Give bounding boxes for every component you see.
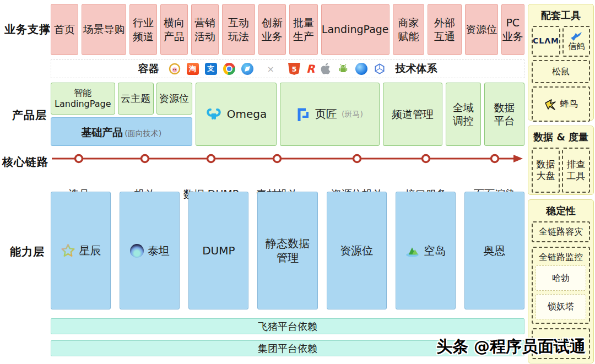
section-tools: 配套工具 CLΛM 信鸽 松鼠 蜂鸟	[528, 4, 594, 121]
blue-globe-icon	[355, 63, 367, 75]
product-box-cloud-theme: 云主题	[118, 83, 154, 115]
pigeon-icon	[570, 31, 583, 41]
tech-label: 技术体系	[395, 62, 437, 76]
capability-box-resource-slot: 资源位	[327, 192, 387, 309]
fengniao-label: 蜂鸟	[560, 99, 578, 110]
alipay-glyph: 支	[207, 64, 214, 74]
capability-label: DUMP	[202, 243, 235, 258]
suoyaota-box: 锁妖塔	[536, 294, 586, 319]
rax-icon: R	[306, 62, 315, 75]
xinge-box: 信鸽	[562, 26, 590, 57]
biz-box-marketing: 营销 活动	[191, 4, 219, 55]
android-icon	[337, 63, 349, 75]
data-dashboard-box: 数据 大盘	[532, 148, 560, 193]
product-box-data-platform: 数据 平台	[484, 83, 524, 146]
rax-glyph: R	[306, 62, 315, 75]
biz-box-pc: PC 业务	[501, 4, 524, 55]
omega-label: Omega	[227, 107, 267, 121]
section-data-metrics: 数据 & 度量 数据 大盘 排查 工具	[528, 126, 594, 195]
capability-label: 泰坦	[148, 243, 170, 258]
html5-icon: 5	[288, 63, 300, 75]
clam-box: CLΛM	[532, 26, 560, 57]
row-label-core-chain: 核心链路	[2, 155, 48, 170]
biz-box-scene-guide: 场景导购	[82, 4, 126, 55]
business-support-row: 首页 场景导购 行业 频道 横向 产品 营销 活动 互动 玩法 创新 业务 批量…	[51, 4, 524, 55]
biz-box-external-interop: 外部 互通	[428, 4, 462, 55]
product-box-smart-landing: 智能 LandingPage	[51, 83, 115, 115]
fliggy-icon	[169, 63, 181, 75]
capability-label: 静态数据 管理	[266, 236, 310, 265]
fengniao-box: 蜂鸟	[532, 86, 590, 122]
yejiang-label: 页匠	[315, 107, 337, 121]
safari-icon	[241, 63, 253, 75]
capability-box-dump: DUMP	[188, 192, 248, 309]
architecture-diagram: 业务支撑 产品层 核心链路 能力层 首页 场景导购 行业 频道 横向 产品 营销…	[0, 0, 595, 364]
row-label-capability-layer: 能力层	[10, 245, 45, 259]
hummingbird-icon	[544, 97, 558, 111]
divider-x: ×	[267, 64, 274, 74]
biz-box-resource-slot: 资源位	[465, 4, 498, 55]
product-box-resource-slot: 资源位	[156, 83, 192, 115]
capability-layer-row: 星辰 泰坦 DUMP 静态数据 管理 资源位 空岛 奥恩	[51, 192, 524, 309]
biz-box-landingpage: LandingPage	[321, 4, 390, 55]
biz-box-merchant-enable: 商家 赋能	[393, 4, 425, 55]
row-label-business-support: 业务支撑	[4, 22, 51, 37]
capability-box-titan: 泰坦	[120, 192, 180, 309]
taobao-glyph: 淘	[189, 64, 196, 74]
island-icon	[405, 245, 420, 257]
biz-box-home: 首页	[51, 4, 78, 55]
disaster-box: 全链路容灾	[532, 221, 590, 242]
capability-label: 奥恩	[483, 243, 505, 258]
data-metrics-title: 数据 & 度量	[532, 131, 590, 144]
product-box-yejiang: 页匠 (斑马)	[280, 83, 380, 146]
capability-box-kongdao: 空岛	[396, 192, 456, 309]
product-box-channel-mgmt: 频道管理	[383, 83, 442, 146]
yejiang-icon	[296, 107, 311, 122]
songshu-box: 松鼠	[532, 60, 590, 83]
apple-icon	[321, 63, 331, 75]
biz-box-batch-production: 批量 生产	[289, 4, 318, 55]
product-layer-row: 智能 LandingPage 云主题 资源位 基础产品 (面向技术) Omega…	[51, 83, 524, 146]
product-left-stack: 智能 LandingPage 云主题 资源位 基础产品 (面向技术)	[51, 83, 192, 146]
product-box-omega: Omega	[196, 83, 277, 146]
alipay-icon: 支	[205, 63, 217, 75]
chrome-icon	[223, 63, 235, 75]
base-product-label: 基础产品	[81, 118, 123, 146]
cube-icon	[374, 63, 386, 75]
capability-label: 资源位	[340, 243, 373, 258]
biz-box-industry-channel: 行业 频道	[129, 4, 157, 55]
watermark: 头条 @程序员面试通	[436, 336, 586, 358]
habo-box: 哈勃	[536, 265, 586, 291]
stability-title: 稳定性	[532, 204, 590, 218]
biz-box-interactive: 互动 玩法	[222, 4, 255, 55]
capability-label: 星辰	[79, 243, 101, 258]
tools-title: 配套工具	[532, 9, 590, 22]
taobao-icon: 淘	[187, 63, 199, 75]
monitor-label: 全链路监控	[536, 252, 586, 263]
star-icon	[61, 243, 75, 258]
core-chain-row: 选品 投放 数据 DUMP 素材投放 资源位投放 接口服务 页面渲染	[51, 150, 524, 184]
biz-box-innovation: 创新 业务	[258, 4, 286, 55]
xinge-label: 信鸽	[568, 41, 585, 52]
titan-icon	[130, 244, 144, 258]
capability-box-static-data: 静态数据 管理	[257, 192, 317, 309]
base-product-box: 基础产品 (面向技术)	[51, 117, 192, 146]
biz-box-horizontal-product: 横向 产品	[160, 4, 188, 55]
capability-label: 空岛	[424, 243, 446, 258]
capability-box-aoen: 奥恩	[464, 192, 524, 309]
container-label: 容器	[138, 62, 159, 76]
core-chain-labels: 选品 投放 数据 DUMP 素材投放 资源位投放 接口服务 页面渲染	[51, 169, 524, 183]
base-product-note: (面向技术)	[125, 129, 161, 139]
container-tech-bar: 容器 淘 支 × 5 R 技术体系	[51, 59, 524, 78]
clam-logo: CLΛM	[533, 36, 559, 46]
yejiang-note: (斑马)	[342, 110, 363, 119]
troubleshoot-box: 排查 工具	[562, 148, 590, 193]
monitor-box: 全链路监控 哈勃 锁妖塔	[532, 247, 590, 324]
product-box-global-control: 全域 调控	[446, 83, 481, 146]
capability-box-xingchen: 星辰	[51, 192, 111, 309]
fliggy-platform-bar: 飞猪平台依赖	[51, 318, 524, 334]
html5-glyph: 5	[291, 65, 296, 73]
core-chain-line	[51, 150, 524, 166]
row-label-product-layer: 产品层	[12, 108, 47, 123]
omega-icon	[205, 107, 223, 122]
